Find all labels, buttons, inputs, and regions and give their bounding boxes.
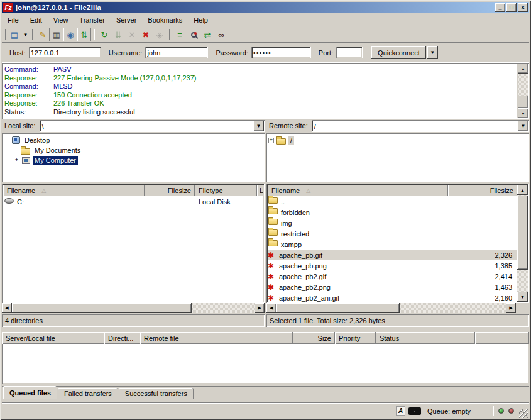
open-folder-icon	[276, 138, 286, 145]
password-input[interactable]	[251, 47, 311, 58]
remote-site-dropdown-icon[interactable]: ▼	[518, 121, 528, 131]
reconnect-icon[interactable]: ◈	[153, 28, 167, 41]
local-file-row[interactable]: C: Local Disk	[3, 196, 263, 207]
resize-grip[interactable]	[519, 409, 528, 418]
maximize-button[interactable]: □	[506, 3, 517, 12]
menu-transfer[interactable]: Transfer	[74, 14, 111, 26]
scroll-down-icon[interactable]: ▼	[518, 108, 528, 118]
message-log-lines: Command:PASV Response:227 Entering Passi…	[3, 64, 517, 118]
local-disk-icon	[4, 198, 14, 204]
queue-column-server-local-file[interactable]: Server/Local file	[2, 332, 104, 344]
local-tree-item-desktop[interactable]: - Desktop	[4, 135, 263, 145]
menu-server[interactable]: Server	[111, 14, 142, 26]
speed-limit-icon[interactable]	[408, 407, 421, 415]
tab-successful-transfers[interactable]: Successful transfers	[119, 388, 194, 399]
disconnect-icon[interactable]: ✖	[139, 28, 153, 41]
queue-column-status[interactable]: Status	[376, 332, 475, 344]
synchronized-browsing-icon[interactable]: ⇄	[200, 28, 214, 41]
sort-ascending-icon: △	[306, 187, 310, 194]
local-column-lastmodified[interactable]: L	[257, 185, 263, 196]
remote-file-list: Filename△ Filesize .. forbidden img rest…	[266, 184, 529, 303]
queue-column-priority[interactable]: Priority	[335, 332, 376, 344]
queue-column-direction[interactable]: Directi...	[104, 332, 140, 344]
username-input[interactable]	[145, 47, 208, 58]
scroll-down-icon[interactable]: ▼	[517, 292, 528, 302]
log-line-label: Response:	[4, 74, 53, 83]
quickconnect-button[interactable]: Quickconnect	[371, 46, 426, 59]
collapse-icon[interactable]: -	[4, 138, 9, 143]
remote-column-filesize[interactable]: Filesize	[448, 185, 517, 196]
toggle-local-tree-icon[interactable]: ▦	[50, 28, 63, 41]
scrollbar-thumb[interactable]	[517, 196, 528, 270]
local-column-filename[interactable]: Filename△	[3, 185, 145, 196]
local-tree-item-my-documents[interactable]: My Documents	[4, 145, 263, 155]
scroll-up-icon[interactable]: ▲	[518, 64, 528, 74]
expand-icon[interactable]: +	[14, 158, 19, 163]
close-button[interactable]: X	[518, 3, 528, 12]
local-site-row: Local site: \ ▼	[2, 119, 265, 133]
queue-tabs: Queued files Failed transfers Successful…	[2, 386, 529, 399]
remote-horizontal-scrollbar[interactable]: ◀ ▶	[266, 303, 516, 313]
remote-file-row[interactable]: ✱apache_pb.png1,385	[268, 260, 517, 271]
toolbar: ▤ ▼ ✎ ▦ ◉ ⇅ ↻ ⇊ ✕ ✖ ◈ ≡ ⇄ ∞	[2, 27, 529, 43]
log-scrollbar[interactable]: ▲ ▼	[518, 64, 528, 118]
local-tree-item-my-computer[interactable]: + My Computer	[4, 155, 263, 165]
local-horizontal-scrollbar[interactable]: ◀ ▶	[2, 303, 265, 313]
menu-view[interactable]: View	[48, 14, 74, 26]
menu-edit[interactable]: Edit	[25, 14, 48, 26]
menu-file[interactable]: File	[2, 14, 25, 26]
scrollbar-thumb[interactable]	[12, 303, 192, 313]
remote-vertical-scrollbar[interactable]: ▲ ▼	[517, 185, 528, 302]
menu-bookmarks[interactable]: Bookmarks	[142, 14, 188, 26]
folder-icon	[268, 229, 278, 236]
queue-list[interactable]	[2, 344, 529, 384]
quickconnect-dropdown-icon[interactable]: ▼	[427, 46, 438, 59]
scroll-left-icon[interactable]: ◀	[2, 303, 12, 313]
local-column-filesize[interactable]: Filesize	[145, 185, 195, 196]
scroll-right-icon[interactable]: ▶	[255, 303, 265, 313]
remote-file-row[interactable]: ✱apache_pb2.png1,463	[268, 282, 517, 292]
remote-file-row[interactable]: restricted	[268, 228, 517, 239]
cancel-operation-icon[interactable]: ✕	[125, 28, 139, 41]
minimize-button[interactable]: _	[495, 3, 505, 12]
menu-help[interactable]: Help	[188, 14, 214, 26]
scroll-left-icon[interactable]: ◀	[266, 303, 276, 313]
remote-file-row-selected[interactable]: ✱apache_pb.gif2,326	[268, 250, 517, 260]
expand-icon[interactable]: +	[268, 138, 274, 143]
port-input[interactable]	[336, 47, 363, 58]
directory-comparison-icon[interactable]	[187, 28, 200, 41]
scroll-right-icon[interactable]: ▶	[506, 303, 516, 313]
remote-file-row[interactable]: ✱apache_pb2_ani.gif2,160	[268, 292, 517, 302]
status-bar: A Queue: empty	[2, 402, 529, 418]
remote-tree-item-root[interactable]: + /	[268, 135, 527, 145]
local-site-combo[interactable]: \ ▼	[40, 120, 265, 132]
queue-column-size[interactable]: Size	[293, 332, 335, 344]
scroll-up-icon[interactable]: ▲	[517, 185, 528, 195]
local-site-dropdown-icon[interactable]: ▼	[253, 121, 264, 131]
remote-column-filename[interactable]: Filename△	[268, 185, 448, 196]
site-manager-dropdown-icon[interactable]: ▼	[21, 28, 30, 41]
remote-site-combo[interactable]: / ▼	[312, 120, 529, 132]
tab-failed-transfers[interactable]: Failed transfers	[58, 388, 118, 399]
transfer-type-ascii-icon[interactable]: A	[396, 406, 405, 416]
site-manager-icon[interactable]: ▤	[8, 28, 21, 41]
log-line-text: 226 Transfer OK	[53, 99, 104, 108]
toggle-transfer-queue-icon[interactable]: ⇅	[77, 28, 91, 41]
remote-file-row[interactable]: ..	[268, 196, 517, 207]
toggle-remote-tree-icon[interactable]: ◉	[63, 28, 77, 41]
remote-file-row[interactable]: img	[268, 218, 517, 228]
host-input[interactable]	[29, 47, 101, 58]
process-queue-icon[interactable]: ⇊	[111, 28, 125, 41]
scrollbar-thumb[interactable]	[518, 96, 528, 108]
refresh-icon[interactable]: ↻	[97, 28, 111, 41]
remote-file-row[interactable]: forbidden	[268, 207, 517, 218]
tab-queued-files[interactable]: Queued files	[3, 386, 57, 399]
find-files-icon[interactable]: ∞	[214, 28, 228, 41]
toggle-message-log-icon[interactable]: ✎	[36, 28, 50, 41]
remote-file-row[interactable]: xampp	[268, 239, 517, 250]
scrollbar-thumb[interactable]	[276, 303, 400, 313]
directory-listing-filters-icon[interactable]: ≡	[173, 28, 187, 41]
local-column-filetype[interactable]: Filetype	[195, 185, 257, 196]
remote-file-row[interactable]: ✱apache_pb2.gif2,414	[268, 271, 517, 282]
queue-column-remote-file[interactable]: Remote file	[140, 332, 293, 344]
